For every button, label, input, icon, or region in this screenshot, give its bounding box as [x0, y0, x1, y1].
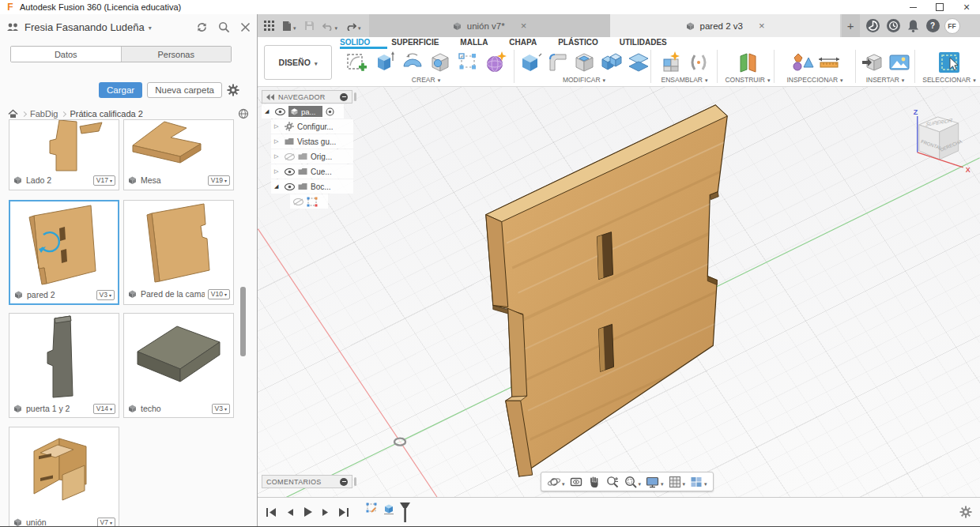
home-icon[interactable] — [8, 109, 18, 119]
panel-scrollbar[interactable] — [240, 287, 246, 356]
look-at-tool[interactable] — [567, 475, 585, 489]
tab-malla[interactable]: MALLA — [460, 38, 488, 47]
version-chip[interactable]: V19▾ — [208, 175, 230, 186]
account-name[interactable]: Fresia Fasanando Ludeña — [24, 21, 145, 33]
browser-root-row[interactable]: ◢ pa... — [262, 104, 344, 119]
version-chip[interactable]: V14▾ — [93, 404, 115, 414]
timeline-position-marker[interactable] — [399, 502, 411, 523]
hole-icon[interactable] — [428, 50, 453, 75]
browser-row-origin[interactable]: ▷ Orig... — [271, 149, 353, 164]
combine-icon[interactable] — [599, 50, 624, 75]
pan-tool[interactable] — [586, 475, 603, 489]
view-cube[interactable]: SUPERIOR FRONTAL DERECHA Z X — [914, 108, 971, 174]
minimize-button[interactable] — [899, 0, 926, 14]
help-icon[interactable]: ? — [926, 19, 940, 32]
expander-open-icon[interactable]: ◢ — [265, 108, 272, 115]
browser-row-bodies[interactable]: ▷ Cue... — [271, 164, 353, 179]
create-form-icon[interactable] — [483, 50, 508, 75]
collapse-left-icon[interactable] — [266, 94, 274, 100]
refresh-icon[interactable] — [196, 21, 208, 33]
design-card-union[interactable]: unión V7▾ — [9, 427, 119, 527]
close-window-button[interactable] — [953, 0, 980, 14]
collapse-circle-icon[interactable] — [340, 93, 348, 101]
tab-chapa[interactable]: CHAPA — [509, 38, 537, 47]
browser-row-settings[interactable]: ▷ Configur... — [271, 119, 353, 134]
close-panel-icon[interactable] — [240, 22, 251, 32]
fillet-icon[interactable] — [545, 50, 570, 75]
design-card-pared-de-la-cama[interactable]: Pared de la cama V10▾ — [123, 200, 234, 305]
model-pared-2[interactable] — [486, 105, 731, 476]
version-chip[interactable]: V10▾ — [208, 289, 230, 299]
orbit-tool[interactable] — [545, 475, 567, 489]
browser-header[interactable]: NAVEGADOR — [262, 90, 352, 104]
measure-icon[interactable] — [790, 50, 815, 75]
active-document-pill[interactable]: pa... — [288, 106, 322, 117]
grid-settings-tool[interactable] — [666, 475, 688, 489]
expander-icon[interactable]: ▷ — [274, 153, 281, 160]
tab-solido[interactable]: SOLIDO — [340, 38, 370, 47]
version-chip[interactable]: V7▾ — [97, 518, 115, 527]
create-sketch-icon[interactable] — [345, 50, 370, 75]
timeline-go-start-icon[interactable] — [266, 507, 277, 518]
notifications-bell-icon[interactable] — [907, 19, 919, 32]
timeline-extrude-feature[interactable] — [382, 502, 396, 515]
close-tab-icon[interactable]: × — [521, 20, 527, 32]
visibility-eye-icon[interactable] — [285, 183, 295, 190]
shell-icon[interactable] — [572, 50, 597, 75]
insert-image-icon[interactable] — [887, 50, 911, 75]
expander-icon[interactable]: ▷ — [274, 138, 281, 145]
collapse-circle-icon[interactable] — [340, 478, 348, 486]
timeline-settings-gear-icon[interactable] — [959, 506, 972, 518]
undo-icon[interactable] — [322, 21, 334, 31]
visibility-eye-icon[interactable] — [275, 108, 285, 115]
visibility-eye-off-icon[interactable] — [285, 153, 295, 160]
user-avatar[interactable]: FF — [944, 18, 960, 34]
app-grid-icon[interactable] — [264, 21, 274, 31]
design-card-techo[interactable]: techo V3▾ — [123, 313, 234, 418]
revolve-icon[interactable] — [400, 50, 425, 75]
panel-drag-handle[interactable] — [354, 92, 356, 101]
construct-plane-icon[interactable] — [734, 50, 761, 75]
version-chip[interactable]: V17▾ — [93, 175, 115, 186]
timeline-sketch-feature[interactable] — [365, 502, 379, 515]
design-workspace-menu[interactable]: DISEÑO — [264, 45, 332, 80]
globe-icon[interactable] — [238, 108, 249, 119]
select-icon[interactable] — [937, 50, 962, 75]
design-card-puerta-1-y-2[interactable]: puerta 1 y 2 V14▾ — [9, 313, 119, 418]
version-chip[interactable]: V3▾ — [212, 404, 230, 414]
new-folder-button[interactable]: Nueva carpeta — [147, 82, 222, 98]
scene-3d[interactable]: SUPERIOR FRONTAL DERECHA Z X — [258, 87, 980, 497]
zoom-tool[interactable] — [604, 475, 621, 489]
design-card-lado-2[interactable]: Lado 2 V17▾ — [9, 119, 119, 190]
activate-component-icon[interactable] — [326, 107, 334, 116]
save-icon[interactable] — [304, 21, 315, 31]
upload-button[interactable]: Cargar — [99, 82, 142, 98]
settings-gear-icon[interactable] — [227, 84, 239, 96]
tab-pared-2-v3[interactable]: pared 2 v3 × — [610, 14, 840, 37]
tab-superficie[interactable]: SUPERFICIE — [391, 38, 439, 47]
expander-icon[interactable]: ▷ — [274, 123, 281, 130]
panel-drag-handle[interactable] — [354, 477, 356, 486]
browser-row-sketches[interactable]: ◢ Boc... — [271, 179, 353, 194]
joint-icon[interactable] — [687, 50, 710, 75]
design-card-pared-2[interactable]: pared 2 V3▾ — [9, 200, 119, 305]
measure-ruler-icon[interactable] — [817, 50, 841, 75]
viewports-tool[interactable] — [688, 475, 709, 489]
search-icon[interactable] — [218, 21, 230, 33]
design-card-mesa[interactable]: Mesa V19▾ — [123, 119, 234, 190]
history-clock-icon[interactable] — [887, 19, 900, 32]
tab-utilidades[interactable]: UTILIDADES — [620, 38, 667, 47]
tab-personas[interactable]: Personas — [121, 47, 232, 62]
timeline-play-icon[interactable] — [302, 506, 313, 518]
tab-datos[interactable]: Datos — [11, 47, 121, 62]
press-pull-icon[interactable] — [518, 50, 543, 75]
timeline-step-back-icon[interactable] — [285, 507, 295, 518]
pattern-icon[interactable] — [455, 50, 481, 75]
version-chip[interactable]: V3▾ — [96, 290, 115, 300]
timeline-go-end-icon[interactable] — [337, 507, 349, 518]
browser-row-named-views[interactable]: ▷ Vistas gu... — [271, 134, 353, 149]
visibility-eye-icon[interactable] — [285, 168, 295, 175]
job-status-icon[interactable] — [866, 19, 880, 32]
browser-row-sketch-item[interactable] — [290, 194, 328, 209]
new-component-icon[interactable] — [659, 50, 684, 75]
